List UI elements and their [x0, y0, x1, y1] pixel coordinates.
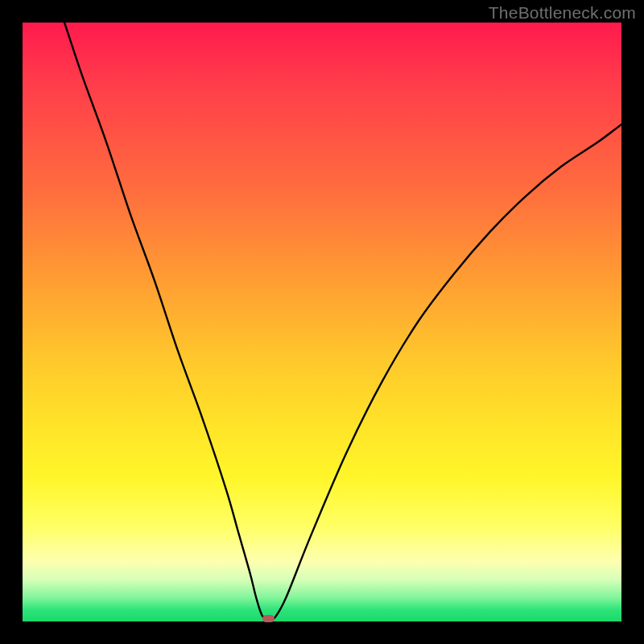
- chart-frame: TheBottleneck.com: [0, 0, 644, 644]
- watermark-text: TheBottleneck.com: [489, 3, 636, 23]
- bottleneck-curve: [23, 23, 621, 621]
- plot-area: [23, 23, 621, 621]
- optimal-point-marker: [262, 615, 275, 622]
